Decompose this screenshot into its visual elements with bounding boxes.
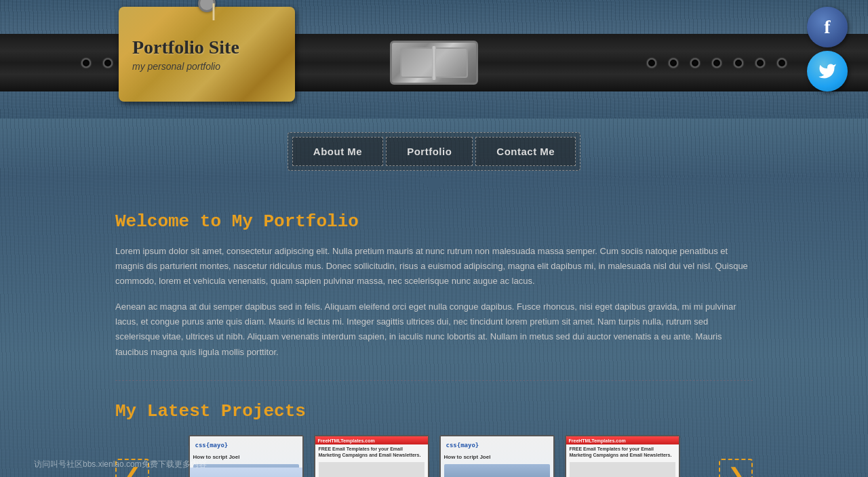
tag-shape: Portfolio Site my personal portfolio bbox=[119, 7, 295, 102]
section-divider bbox=[115, 380, 753, 381]
projects-heading: My Latest Projects bbox=[115, 401, 753, 421]
welcome-heading: Welcome to My Portfolio bbox=[115, 211, 753, 232]
projects-next-button[interactable]: ❯ bbox=[719, 459, 753, 477]
projects-row: ❮ How to script Joel bbox=[115, 435, 753, 477]
site-subtitle: my personal portfolio bbox=[132, 61, 281, 72]
welcome-para1: Lorem ipsum dolor sit amet, consectetur … bbox=[115, 244, 753, 289]
twitter-icon[interactable] bbox=[807, 51, 848, 91]
belt-hole bbox=[712, 58, 722, 68]
page-wrapper: Portfolio Site my personal portfolio f A… bbox=[0, 0, 868, 477]
nav-arrow bbox=[417, 178, 451, 192]
belt-hole bbox=[777, 58, 787, 68]
thumb-inner-1: How to script Joel bbox=[190, 436, 302, 477]
belt-hole bbox=[669, 58, 678, 68]
site-title: Portfolio Site bbox=[132, 37, 281, 58]
nav-contact[interactable]: Contact Me bbox=[475, 137, 576, 166]
nav-about[interactable]: About Me bbox=[292, 137, 383, 166]
facebook-icon[interactable]: f bbox=[807, 7, 848, 47]
header: Portfolio Site my personal portfolio f bbox=[0, 0, 868, 119]
belt-hole bbox=[755, 58, 765, 68]
belt-hole bbox=[81, 58, 91, 68]
nav-area: About Me Portfolio Contact Me bbox=[0, 119, 868, 178]
thumb-inner-3: How to script Joel bbox=[441, 436, 553, 477]
social-icons: f bbox=[807, 7, 848, 91]
thumb-text-3: How to script Joel bbox=[444, 453, 550, 477]
thumbnails-container: How to script Joel FREE Email Templates … bbox=[149, 435, 719, 477]
belt-hole bbox=[734, 58, 743, 68]
project-thumbnail-3[interactable]: How to script Joel bbox=[439, 435, 555, 477]
content-inner: Welcome to My Portfolio Lorem ipsum dolo… bbox=[102, 211, 766, 477]
belt-buckle bbox=[390, 41, 478, 85]
thumb-text-1: How to script Joel bbox=[193, 453, 299, 477]
nav-container: About Me Portfolio Contact Me bbox=[288, 132, 580, 171]
main-content: Welcome to My Portfolio Lorem ipsum dolo… bbox=[0, 178, 868, 477]
tag-rope bbox=[213, 3, 215, 20]
welcome-para2: Aenean ac magna at dui semper dapibus se… bbox=[115, 299, 753, 359]
belt-buckle-bar bbox=[432, 46, 436, 80]
project-thumbnail-2[interactable]: FREE Email Templates for your Email Mark… bbox=[314, 435, 429, 477]
nav-portfolio[interactable]: Portfolio bbox=[386, 137, 473, 166]
thumb-inner-2: FREE Email Templates for your Email Mark… bbox=[315, 436, 428, 477]
project-thumbnail-1[interactable]: How to script Joel bbox=[189, 435, 304, 477]
belt-hole bbox=[690, 58, 700, 68]
logo-tag: Portfolio Site my personal portfolio bbox=[119, 7, 309, 112]
belt-hole bbox=[647, 58, 656, 68]
thumb-inner-4: FREE Email Templates for your Email Mark… bbox=[566, 436, 679, 477]
belt-hole bbox=[103, 58, 113, 68]
project-thumbnail-4[interactable]: FREE Email Templates for your Email Mark… bbox=[565, 435, 680, 477]
projects-prev-button[interactable]: ❮ bbox=[115, 459, 149, 477]
